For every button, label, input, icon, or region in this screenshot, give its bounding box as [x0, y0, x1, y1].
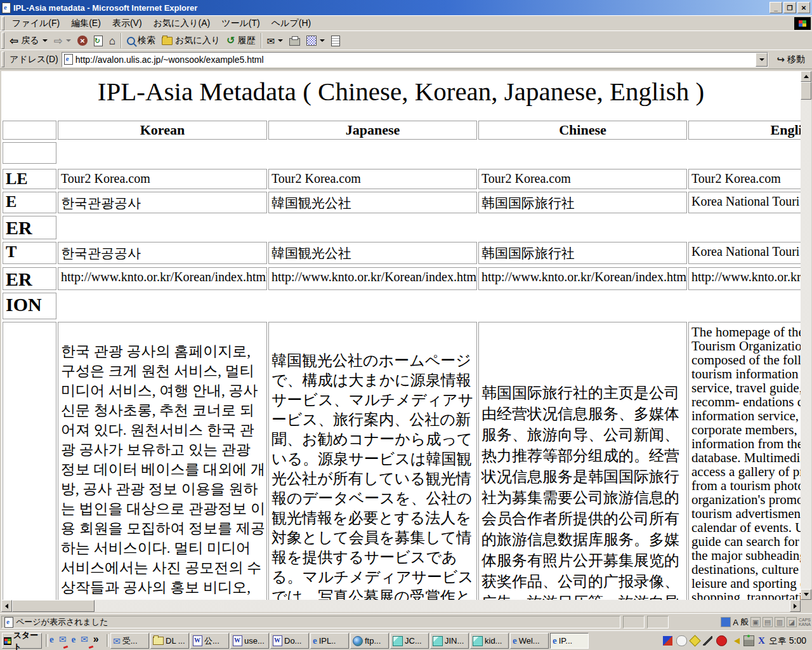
- page-title: IPL-Asia Metadata ( Chinese, Korean, Jap…: [1, 76, 801, 107]
- ime-pc-icon[interactable]: [721, 617, 731, 627]
- forward-dropdown-icon[interactable]: [66, 39, 71, 42]
- ime-tool-icon[interactable]: ▥: [775, 617, 785, 627]
- task-button-ip-active[interactable]: eIP...: [550, 633, 589, 649]
- ie-quicklaunch-icon[interactable]: e: [71, 634, 75, 645]
- menu-grip[interactable]: [1, 17, 4, 30]
- address-dropdown-button[interactable]: [756, 53, 768, 67]
- title-bar: IPL-Asia metadata - Microsoft Internet E…: [0, 0, 812, 15]
- minimize-button[interactable]: _: [769, 2, 782, 13]
- task-button-word-3[interactable]: Do...: [270, 633, 309, 649]
- ie-quicklaunch-icon[interactable]: e: [49, 634, 54, 645]
- subject-en: Korea National Touri: [688, 242, 801, 264]
- search-button[interactable]: 検索: [124, 32, 159, 50]
- app-icon: [433, 636, 443, 646]
- mail-dropdown-icon[interactable]: [278, 39, 283, 42]
- edit-icon: [306, 36, 317, 46]
- start-button[interactable]: スタート: [2, 633, 42, 649]
- ie-icon: e: [513, 635, 517, 646]
- restore-button[interactable]: ❐: [783, 2, 796, 13]
- go-button[interactable]: ↪ 移動: [773, 51, 808, 69]
- toolbar: ⇦ 戻る ⇨ ✕ ⌂ 検索 お気に入り ↺ 履歴 ✉: [0, 30, 812, 51]
- menu-tools[interactable]: ツール(T): [216, 18, 266, 29]
- scroll-right-button[interactable]: [790, 600, 801, 612]
- title-en: Tour2 Korea.com: [688, 169, 801, 189]
- task-button-word-1[interactable]: 公...: [190, 633, 229, 649]
- task-button-inbox[interactable]: ✉受...: [110, 633, 149, 649]
- task-button-word-2[interactable]: use...: [230, 633, 269, 649]
- menu-favorites[interactable]: お気に入り(A): [148, 18, 216, 29]
- close-button[interactable]: ✕: [797, 2, 810, 13]
- clock[interactable]: 오후 5:00: [769, 635, 806, 647]
- edit-button[interactable]: [303, 32, 328, 50]
- mail-button[interactable]: ✉: [264, 32, 287, 50]
- horizontal-scrollbar[interactable]: [1, 600, 801, 612]
- print-button[interactable]: [286, 32, 303, 50]
- task-button-dl-folder[interactable]: DL ...: [150, 633, 189, 649]
- menu-edit[interactable]: 編集(E): [65, 18, 107, 29]
- refresh-button[interactable]: [91, 32, 106, 50]
- vertical-scroll-thumb[interactable]: [801, 82, 811, 100]
- status-pane-2: [623, 616, 645, 628]
- toolbar-grip[interactable]: [1, 32, 4, 49]
- address-grip[interactable]: [1, 51, 4, 67]
- globe-icon: [353, 636, 363, 646]
- forward-button[interactable]: ⇨: [51, 32, 74, 50]
- home-button[interactable]: ⌂: [106, 32, 119, 50]
- header-japanese: Japanese: [268, 121, 477, 140]
- ime-tool-icon[interactable]: ◪: [787, 617, 797, 627]
- address-url[interactable]: http://avalon.ulis.ac.jp/~wonsook/exampl…: [75, 55, 264, 65]
- new-mail-mark: [63, 646, 69, 649]
- edit-dropdown-icon[interactable]: [320, 39, 325, 42]
- volume-icon[interactable]: [731, 638, 740, 644]
- ie-icon: e: [313, 635, 317, 646]
- tray-pen-icon[interactable]: [703, 636, 712, 646]
- back-button[interactable]: ⇦ 戻る: [6, 32, 51, 50]
- tray-gem-icon[interactable]: [689, 635, 700, 646]
- ime-mode-general[interactable]: 般: [740, 616, 749, 628]
- menu-file[interactable]: ファイル(F): [6, 18, 65, 29]
- tray-mouse-icon[interactable]: [676, 635, 687, 646]
- taskbar: スタート e ✉ e ✉ » ✉受... DL ... 公... use... …: [0, 630, 812, 650]
- back-dropdown-icon[interactable]: [43, 39, 48, 42]
- vertical-scrollbar[interactable]: [801, 71, 811, 600]
- horizontal-scroll-thumb[interactable]: [12, 600, 95, 612]
- outlook-express-icon[interactable]: ✉: [59, 635, 67, 644]
- status-bar: ページが表示されました A 般 ▣ ▤ ▥ ◪ CAPS KANA: [0, 613, 812, 630]
- tray-x-icon[interactable]: X: [758, 635, 765, 646]
- tray-cube-icon[interactable]: [743, 635, 754, 646]
- ime-toolbar: A 般 ▣ ▤ ▥ ◪ CAPS KANA: [721, 616, 811, 628]
- stop-icon: ✕: [77, 36, 88, 46]
- ime-mode-alpha[interactable]: A: [733, 618, 738, 627]
- task-button-ftp[interactable]: ftp...: [350, 633, 389, 649]
- ie-page-icon: [4, 617, 13, 628]
- menu-bar: ファイル(F) 編集(E) 表示(V) お気に入り(A) ツール(T) ヘルプ(…: [0, 15, 812, 32]
- scroll-down-button[interactable]: [801, 589, 811, 600]
- subject-ja: 韓国観光公社: [268, 242, 477, 264]
- task-button-kid[interactable]: kid...: [470, 633, 509, 649]
- quick-launch-chevron-icon[interactable]: »: [93, 633, 99, 645]
- ime-tool-icon[interactable]: ▣: [750, 617, 761, 627]
- mail-icon: ✉: [113, 637, 121, 646]
- task-button-jin[interactable]: JIN...: [430, 633, 469, 649]
- address-input[interactable]: http://avalon.ulis.ac.jp/~wonsook/exampl…: [62, 52, 769, 67]
- menu-help[interactable]: ヘルプ(H): [266, 18, 317, 29]
- discuss-button[interactable]: [328, 32, 343, 50]
- task-button-ipl[interactable]: eIPL..: [310, 633, 349, 649]
- scroll-up-button[interactable]: [801, 71, 811, 82]
- identifier-ko: http://www.knto.or.kr/Korean/index.html: [58, 267, 267, 290]
- favorites-button[interactable]: お気に入り: [159, 32, 223, 50]
- scroll-left-button[interactable]: [1, 600, 12, 612]
- task-button-wel[interactable]: eWel...: [510, 633, 549, 649]
- taskbar-separator: [46, 634, 48, 647]
- tray-red-ball-icon[interactable]: [716, 635, 727, 646]
- menu-view[interactable]: 表示(V): [107, 18, 148, 29]
- stop-button[interactable]: ✕: [74, 32, 91, 50]
- outlook-express-icon[interactable]: ✉: [81, 635, 88, 644]
- task-button-jc[interactable]: JC...: [390, 633, 429, 649]
- description-ko: 한국 관광 공사의 홈페이지로, 구성은 크게 원천 서비스, 멀티 미디어 서…: [58, 322, 267, 600]
- ime-tool-icon[interactable]: ▤: [763, 617, 773, 627]
- go-label: 移動: [787, 54, 805, 65]
- history-button[interactable]: ↺ 履歴: [223, 32, 258, 50]
- tray-soft-icon[interactable]: [663, 636, 672, 646]
- app-icon: [393, 636, 403, 646]
